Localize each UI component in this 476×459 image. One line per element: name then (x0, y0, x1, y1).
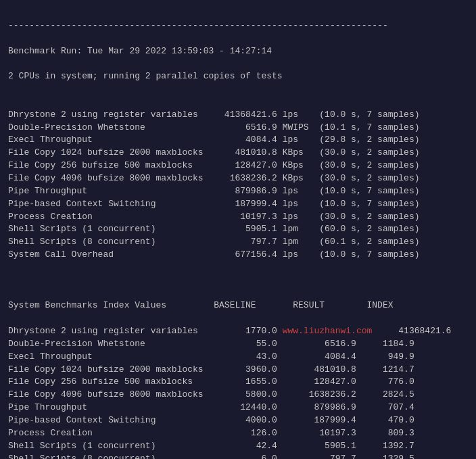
result-text: Dhrystone 2 using register variables 413… (8, 110, 420, 120)
benchmark-result-row: Process Creation 10197.3 lps (30.0 s, 2 … (8, 211, 468, 224)
benchmark-result-row: Pipe-based Context Switching 187999.4 lp… (8, 198, 468, 211)
result-text: System Call Overhead 677156.4 lps (10.0 … (8, 249, 420, 260)
index-rest: 41368421.6 3544.9 (372, 326, 476, 336)
benchmark-result-row: Dhrystone 2 using register variables 413… (8, 109, 468, 122)
header-line2-text: 2 CPUs in system; running 2 parallel cop… (8, 71, 283, 81)
index-result-row: Execl Throughput 43.0 4084.4 949.9 (8, 351, 468, 364)
header-line1-text: Benchmark Run: Tue Mar 29 2022 13:59:03 … (8, 46, 272, 56)
separator-top: ----------------------------------------… (8, 20, 388, 30)
index-name: Dhrystone 2 using register variables 177… (8, 326, 277, 336)
index-header-row: System Benchmarks Index Values BASELINE … (8, 299, 468, 312)
benchmark-result-row: File Copy 4096 bufsize 8000 maxblocks 16… (8, 172, 468, 185)
index-result-row: Dhrystone 2 using register variables 177… (8, 325, 468, 338)
index-result-row: File Copy 4096 bufsize 8000 maxblocks 58… (8, 389, 468, 402)
benchmark-result-row: Shell Scripts (8 concurrent) 797.7 lpm (… (8, 236, 468, 249)
index-result-row: Double-Precision Whetstone 55.0 6516.9 1… (8, 338, 468, 351)
index-results-section: Dhrystone 2 using register variables 177… (8, 325, 468, 459)
index-result-row: File Copy 256 bufsize 500 maxblocks 1655… (8, 376, 468, 389)
terminal-output: ----------------------------------------… (8, 7, 468, 459)
benchmark-result-row: Shell Scripts (1 concurrent) 5905.1 lpm … (8, 223, 468, 236)
index-result-row: File Copy 1024 bufsize 2000 maxblocks 39… (8, 364, 468, 377)
index-result-row: Process Creation 126.0 10197.3 809.3 (8, 427, 468, 440)
index-result-row: Shell Scripts (1 concurrent) 42.4 5905.1… (8, 440, 468, 453)
benchmark-result-row: File Copy 1024 bufsize 2000 maxblocks 48… (8, 147, 468, 160)
benchmark-result-row: Execl Throughput 4084.4 lps (29.8 s, 2 s… (8, 134, 468, 147)
index-result-row: Pipe-based Context Switching 4000.0 1879… (8, 414, 468, 427)
index-result-row: Shell Scripts (8 concurrent) 6.0 797.7 1… (8, 453, 468, 459)
benchmark-result-row: Double-Precision Whetstone 6516.9 MWIPS … (8, 122, 468, 135)
benchmark-result-row: System Call Overhead 677156.4 lps (10.0 … (8, 249, 468, 262)
benchmark-results-section: Dhrystone 2 using register variables 413… (8, 109, 468, 262)
watermark: www.liuzhanwi.com (277, 326, 372, 336)
benchmark-result-row: Pipe Throughput 879986.9 lps (10.0 s, 7 … (8, 185, 468, 198)
index-result-row: Pipe Throughput 12440.0 879986.9 707.4 (8, 402, 468, 414)
benchmark-result-row: File Copy 256 bufsize 500 maxblocks 1284… (8, 160, 468, 172)
